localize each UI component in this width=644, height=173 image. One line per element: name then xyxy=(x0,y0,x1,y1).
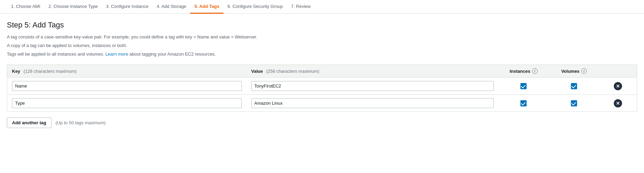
page-title: Step 5: Add Tags xyxy=(7,21,637,30)
wizard-step-review[interactable]: 7. Review xyxy=(287,0,315,14)
volumes-cell-1 xyxy=(549,78,599,95)
wizard-navigation: 1. Choose AMI 2. Choose Instance Type 3.… xyxy=(0,0,644,14)
value-cell-2 xyxy=(246,95,498,112)
delete-button-2[interactable]: ✕ xyxy=(614,99,622,107)
instances-checkbox-1[interactable] xyxy=(520,83,527,89)
wizard-step-configure-security-group[interactable]: 6. Configure Security Group xyxy=(223,0,287,14)
col-header-instances: Instances i xyxy=(498,65,549,78)
main-content: Step 5: Add Tags A tag consists of a cas… xyxy=(0,14,644,142)
wizard-step-choose-instance-type[interactable]: 2. Choose Instance Type xyxy=(44,0,102,14)
value-cell-1 xyxy=(246,78,498,95)
volumes-info-icon[interactable]: i xyxy=(581,68,587,74)
add-tag-hint: (Up to 50 tags maximum) xyxy=(56,120,106,125)
wizard-step-configure-instance[interactable]: 3. Configure Instance xyxy=(102,0,153,14)
wizard-step-choose-ami[interactable]: 1. Choose AMI xyxy=(7,0,44,14)
add-another-tag-button[interactable]: Add another tag xyxy=(7,117,51,128)
col-header-delete xyxy=(599,65,637,78)
table-row: ✕ xyxy=(7,78,637,95)
instances-checkbox-2[interactable] xyxy=(520,100,527,106)
description-line3: Tags will be applied to all instances an… xyxy=(7,51,637,58)
wizard-step-add-tags[interactable]: 5. Add Tags xyxy=(190,0,223,14)
col-header-volumes: Volumes i xyxy=(549,65,599,78)
table-row: ✕ xyxy=(7,95,637,112)
description-line2: A copy of a tag can be applied to volume… xyxy=(7,42,637,49)
delete-cell-1: ✕ xyxy=(599,78,637,95)
key-input-1[interactable] xyxy=(12,81,242,91)
table-header-row: Key (128 characters maximum) Value (256 … xyxy=(7,65,637,78)
volumes-checkbox-1[interactable] xyxy=(571,83,577,89)
key-cell-2 xyxy=(7,95,246,112)
col-header-value: Value (256 characters maximum) xyxy=(246,65,498,78)
learn-more-link[interactable]: Learn more xyxy=(105,51,128,57)
wizard-step-add-storage[interactable]: 4. Add Storage xyxy=(152,0,190,14)
col-header-key: Key (128 characters maximum) xyxy=(7,65,246,78)
delete-cell-2: ✕ xyxy=(599,95,637,112)
value-input-2[interactable] xyxy=(251,98,494,108)
delete-button-1[interactable]: ✕ xyxy=(614,82,622,90)
description-line1: A tag consists of a case-sensitive key-v… xyxy=(7,34,637,41)
volumes-checkbox-2[interactable] xyxy=(571,100,577,106)
instances-cell-2 xyxy=(498,95,549,112)
add-tag-section: Add another tag (Up to 50 tags maximum) xyxy=(7,117,637,128)
tags-table: Key (128 characters maximum) Value (256 … xyxy=(7,65,637,112)
instances-info-icon[interactable]: i xyxy=(532,68,538,74)
key-input-2[interactable] xyxy=(12,98,242,108)
value-input-1[interactable] xyxy=(251,81,494,91)
volumes-cell-2 xyxy=(549,95,599,112)
instances-cell-1 xyxy=(498,78,549,95)
key-cell-1 xyxy=(7,78,246,95)
